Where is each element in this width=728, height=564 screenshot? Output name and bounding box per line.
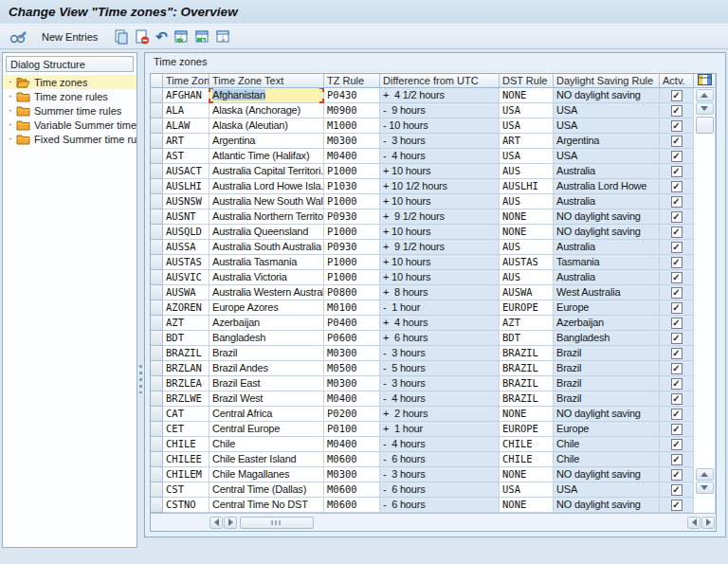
active-checkbox[interactable]: ✓	[671, 105, 682, 117]
cell-dst-rule[interactable]: USA	[500, 103, 554, 118]
cell-time-zone-text[interactable]: Australia Tasmania	[209, 255, 324, 270]
cell-time-zone[interactable]: ART	[163, 134, 209, 149]
cell-tz-rule[interactable]: M0900	[324, 103, 380, 118]
active-checkbox[interactable]: ✓	[671, 348, 682, 359]
cell-time-zone-text[interactable]: Argentina	[209, 134, 324, 149]
row-selector[interactable]	[151, 285, 163, 300]
cell-tz-rule[interactable]: P1000	[324, 270, 380, 285]
active-checkbox[interactable]: ✓	[671, 211, 682, 223]
row-selector[interactable]	[151, 194, 163, 209]
active-checkbox[interactable]: ✓	[671, 287, 682, 299]
row-selector[interactable]	[151, 179, 163, 194]
active-checkbox[interactable]: ✓	[671, 196, 682, 208]
cell-dst-rule[interactable]: AUSTAS	[500, 255, 554, 270]
active-checkbox[interactable]: ✓	[671, 166, 682, 177]
delete-icon[interactable]	[132, 27, 153, 46]
header-daylight-saving-rule[interactable]: Daylight Saving Rule	[554, 74, 660, 88]
active-checkbox[interactable]: ✓	[671, 409, 682, 420]
cell-dst-rule[interactable]: NONE	[500, 88, 554, 103]
cell-tz-rule[interactable]: M0500	[324, 361, 380, 376]
row-selector[interactable]	[151, 361, 163, 376]
cell-time-zone[interactable]: AUSVIC	[163, 270, 209, 285]
active-checkbox[interactable]: ✓	[671, 257, 682, 268]
cell-time-zone[interactable]: CAT	[163, 407, 209, 422]
deselect-all-icon[interactable]	[212, 27, 233, 46]
cell-dst-rule[interactable]: NONE	[500, 498, 554, 513]
active-checkbox[interactable]: ✓	[671, 439, 682, 450]
active-checkbox[interactable]: ✓	[671, 151, 682, 162]
active-checkbox[interactable]: ✓	[671, 90, 682, 101]
header-dst-rule[interactable]: DST Rule	[500, 74, 554, 88]
cell-time-zone-text[interactable]: Chile Easter Island	[209, 452, 324, 467]
scroll-left-button[interactable]	[209, 517, 223, 529]
cell-time-zone[interactable]: CSTNO	[163, 498, 209, 513]
cell-tz-rule[interactable]: M0300	[324, 346, 380, 361]
row-selector[interactable]	[151, 498, 163, 513]
active-checkbox[interactable]: ✓	[671, 484, 682, 496]
sidebar-item-variable-summer-time-ru[interactable]: ·Variable Summer time ru	[3, 118, 136, 132]
cell-tz-rule[interactable]: P1000	[324, 225, 380, 240]
row-selector[interactable]	[151, 407, 163, 422]
active-checkbox[interactable]: ✓	[671, 136, 682, 147]
cell-dst-rule[interactable]: EUROPE	[500, 300, 554, 316]
active-checkbox[interactable]: ✓	[671, 120, 682, 132]
cell-time-zone-text[interactable]: Atlantic Time (Halifax)	[209, 149, 324, 164]
cell-dst-rule[interactable]: BRAZIL	[500, 376, 554, 391]
cell-dst-rule[interactable]: AUS	[500, 164, 554, 179]
active-checkbox[interactable]: ✓	[671, 242, 682, 253]
hscroll-left-edge-button[interactable]	[687, 517, 701, 529]
cell-dst-rule[interactable]: BDT	[500, 331, 554, 346]
cell-time-zone-text[interactable]: Azerbaijan	[209, 316, 324, 331]
cell-dst-rule[interactable]: AUSLHI	[500, 179, 554, 194]
cell-time-zone[interactable]: CST	[163, 482, 209, 498]
horizontal-scroll-thumb[interactable]	[240, 517, 314, 529]
cell-tz-rule[interactable]: P0430	[324, 88, 380, 103]
cell-dst-rule[interactable]: BRAZIL	[500, 346, 554, 361]
cell-tz-rule[interactable]: M1000	[324, 118, 380, 134]
select-block-icon[interactable]	[191, 27, 212, 46]
row-selector[interactable]	[151, 164, 163, 179]
cell-dst-rule[interactable]: BRAZIL	[500, 361, 554, 376]
cell-time-zone-text[interactable]: Alaska (Anchorage)	[209, 103, 324, 118]
cell-tz-rule[interactable]: M0400	[324, 437, 380, 452]
active-checkbox[interactable]: ✓	[671, 318, 682, 329]
row-selector[interactable]	[151, 134, 163, 149]
cell-tz-rule[interactable]: M0600	[324, 498, 380, 513]
sidebar-item-summer-time-rules[interactable]: ·Summer time rules	[3, 103, 136, 118]
cell-time-zone[interactable]: AFGHAN	[163, 88, 209, 103]
cell-tz-rule[interactable]: M0600	[324, 452, 380, 467]
cell-dst-rule[interactable]: USA	[500, 149, 554, 164]
cell-time-zone-text[interactable]: Australia Queensland	[209, 225, 324, 240]
scroll-up-button[interactable]	[696, 89, 714, 101]
cell-dst-rule[interactable]: CHILE	[500, 437, 554, 452]
cell-time-zone-text[interactable]: Australia Northern Territo..	[209, 209, 324, 225]
header-row-selector[interactable]	[151, 74, 163, 88]
active-checkbox[interactable]: ✓	[671, 469, 682, 481]
cell-time-zone-text[interactable]: Europe Azores	[209, 300, 324, 316]
cell-time-zone-text[interactable]: Brazil East	[209, 376, 324, 391]
row-selector[interactable]	[151, 391, 163, 407]
cell-tz-rule[interactable]: P1000	[324, 164, 380, 179]
row-selector[interactable]	[151, 118, 163, 134]
header-tz-rule[interactable]: TZ Rule	[324, 74, 380, 88]
active-checkbox[interactable]: ✓	[671, 500, 682, 511]
cell-time-zone[interactable]: AZOREN	[163, 300, 209, 316]
row-selector[interactable]	[151, 209, 163, 225]
table-settings-icon[interactable]	[698, 72, 712, 89]
horizontal-scrollbar[interactable]	[151, 513, 716, 531]
scroll-up-bottom-button[interactable]	[696, 468, 714, 481]
undo-icon[interactable]: ↶	[153, 27, 171, 46]
cell-dst-rule[interactable]: AUS	[500, 194, 554, 209]
scroll-down-button[interactable]	[696, 102, 714, 115]
cell-dst-rule[interactable]: CHILE	[500, 452, 554, 467]
cell-dst-rule[interactable]: AUS	[500, 240, 554, 255]
row-selector[interactable]	[151, 270, 163, 285]
copy-as-icon[interactable]	[111, 27, 132, 46]
cell-dst-rule[interactable]: AUSWA	[500, 285, 554, 300]
cell-dst-rule[interactable]: NONE	[500, 407, 554, 422]
cell-dst-rule[interactable]: NONE	[500, 467, 554, 482]
cell-dst-rule[interactable]: NONE	[500, 209, 554, 225]
cell-tz-rule[interactable]: M0300	[324, 467, 380, 482]
cell-dst-rule[interactable]: EUROPE	[500, 422, 554, 437]
row-selector[interactable]	[151, 331, 163, 346]
